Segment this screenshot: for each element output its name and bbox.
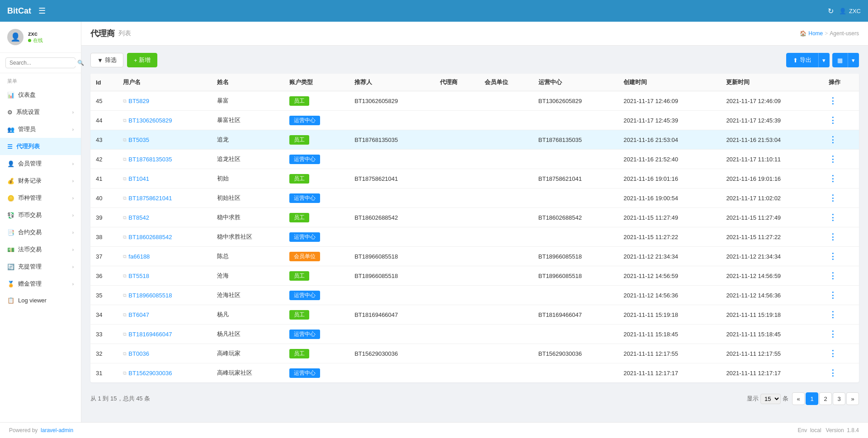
sidebar-item-system-settings[interactable]: ⚙ 系统设置 › bbox=[0, 104, 81, 121]
chevron-right-icon: › bbox=[72, 230, 74, 235]
sidebar-item-log-viewer[interactable]: 📋 Log viewer bbox=[0, 292, 81, 308]
username-link[interactable]: ⧉ BT18768135035 bbox=[123, 156, 206, 163]
cell-created: 2021-11-11 15:18:45 bbox=[618, 325, 721, 344]
username-link[interactable]: ⧉ BT5035 bbox=[123, 137, 206, 143]
sidebar-item-finance-records[interactable]: 💰 财务记录 › bbox=[0, 172, 81, 189]
username-link[interactable]: ⧉ BT18966085518 bbox=[123, 292, 206, 299]
table-row: 39 ⧉ BT8542 稳中求胜 员工 BT18602688542 BT1860… bbox=[90, 208, 859, 227]
next-page-button[interactable]: » bbox=[846, 392, 859, 405]
cell-ops-center: BT13062605829 bbox=[533, 91, 618, 111]
username-link[interactable]: ⧉ BT5518 bbox=[123, 273, 206, 279]
cell-name: 追龙社区 bbox=[212, 150, 284, 169]
new-button[interactable]: + 新增 bbox=[127, 53, 158, 67]
sidebar-item-member-management[interactable]: 👤 会员管理 › bbox=[0, 155, 81, 172]
action-menu-button[interactable]: ⋮ bbox=[829, 310, 837, 319]
page-1-button[interactable]: 1 bbox=[806, 392, 818, 405]
cell-username: ⧉ BT5829 bbox=[118, 91, 211, 111]
col-created: 创建时间 bbox=[618, 74, 721, 91]
page-2-button[interactable]: 2 bbox=[819, 392, 832, 405]
grid-dropdown-button[interactable]: ▾ bbox=[848, 53, 859, 67]
action-menu-button[interactable]: ⋮ bbox=[829, 155, 837, 164]
username-link[interactable]: ⧉ BT13062605829 bbox=[123, 117, 206, 124]
coin-management-icon: 🪙 bbox=[7, 195, 14, 202]
page-3-button[interactable]: 3 bbox=[833, 392, 845, 405]
cell-updated: 2021-11-12 14:56:36 bbox=[721, 286, 823, 305]
sidebar-item-label: 代理列表 bbox=[16, 142, 40, 151]
cell-updated: 2021-11-16 19:01:16 bbox=[721, 169, 823, 188]
cell-referrer: BT18966085518 bbox=[349, 247, 434, 266]
username-link[interactable]: ⧉ BT5829 bbox=[123, 98, 206, 104]
sidebar-item-admin[interactable]: 👥 管理员 › bbox=[0, 121, 81, 138]
version-label: Version bbox=[826, 427, 844, 433]
action-menu-button[interactable]: ⋮ bbox=[829, 252, 837, 261]
username-link[interactable]: ⧉ BT15629030036 bbox=[123, 370, 206, 377]
user-info[interactable]: 👤 ZXC bbox=[839, 8, 861, 14]
dashboard-icon: 📊 bbox=[7, 92, 14, 99]
cell-ops-center: BT18768135035 bbox=[533, 130, 618, 150]
action-menu-button[interactable]: ⋮ bbox=[829, 291, 837, 300]
framework-link[interactable]: laravel-admin bbox=[41, 427, 73, 433]
copy-icon: ⧉ bbox=[123, 215, 127, 221]
action-menu-button[interactable]: ⋮ bbox=[829, 213, 837, 222]
username-link[interactable]: ⧉ BT1041 bbox=[123, 175, 206, 182]
cell-account-type: 员工 bbox=[284, 130, 349, 150]
account-type-badge: 员工 bbox=[289, 271, 309, 281]
user-details: zxc 在线 bbox=[28, 30, 43, 44]
header-left: BitCat ☰ bbox=[7, 6, 46, 16]
sidebar-item-gold-management[interactable]: 🏅 赠金管理 › bbox=[0, 275, 81, 292]
search-input[interactable] bbox=[9, 60, 77, 66]
sidebar-item-fiat-trading[interactable]: 💵 法币交易 › bbox=[0, 241, 81, 258]
action-menu-button[interactable]: ⋮ bbox=[829, 135, 837, 144]
action-menu-button[interactable]: ⋮ bbox=[829, 174, 837, 183]
filter-button[interactable]: ▼ 筛选 bbox=[90, 53, 123, 67]
cell-username: ⧉ BT1041 bbox=[118, 169, 211, 188]
cell-member-unit bbox=[479, 344, 533, 363]
action-menu-button[interactable]: ⋮ bbox=[829, 349, 837, 358]
account-type-badge: 员工 bbox=[289, 310, 309, 320]
account-type-badge: 员工 bbox=[289, 96, 309, 106]
username-link[interactable]: ⧉ BT18602688542 bbox=[123, 234, 206, 240]
cell-id: 45 bbox=[90, 91, 118, 111]
username-link[interactable]: ⧉ BT18758621041 bbox=[123, 195, 206, 202]
cell-created: 2021-11-11 12:17:17 bbox=[618, 363, 721, 383]
pagination-info: 从 1 到 15，总共 45 条 bbox=[90, 395, 150, 403]
username-link[interactable]: ⧉ BT0036 bbox=[123, 350, 206, 357]
export-dropdown-button[interactable]: ▾ bbox=[818, 53, 830, 67]
sidebar-item-contract-trading[interactable]: 📑 合约交易 › bbox=[0, 224, 81, 241]
breadcrumb-home-link[interactable]: Home bbox=[808, 30, 823, 37]
per-page-select[interactable]: 15 30 50 bbox=[760, 394, 781, 404]
cell-name: 追龙 bbox=[212, 130, 284, 150]
cell-updated: 2021-11-11 15:19:18 bbox=[721, 305, 823, 325]
cell-referrer bbox=[349, 227, 434, 247]
cell-name: 沧海 bbox=[212, 266, 284, 286]
username-link[interactable]: ⧉ fa66188 bbox=[123, 253, 206, 260]
grid-view-button[interactable]: ▦ bbox=[832, 53, 848, 67]
sidebar-item-label: 赠金管理 bbox=[18, 280, 42, 288]
action-menu-button[interactable]: ⋮ bbox=[829, 271, 837, 280]
cell-agent bbox=[434, 111, 479, 130]
action-menu-button[interactable]: ⋮ bbox=[829, 193, 837, 203]
sidebar-item-dashboard[interactable]: 📊 仪表盘 bbox=[0, 86, 81, 104]
sidebar-item-recharge-management[interactable]: 🔄 充提管理 › bbox=[0, 258, 81, 275]
chevron-right-icon: › bbox=[72, 196, 74, 201]
action-menu-button[interactable]: ⋮ bbox=[829, 330, 837, 339]
sidebar-item-coin-trading[interactable]: 💱 币币交易 › bbox=[0, 207, 81, 224]
username-link[interactable]: ⧉ BT18169466047 bbox=[123, 331, 206, 338]
action-menu-button[interactable]: ⋮ bbox=[829, 116, 837, 125]
refresh-icon[interactable]: ↻ bbox=[828, 7, 834, 15]
hamburger-icon[interactable]: ☰ bbox=[38, 6, 46, 16]
cell-name: 杨凡 bbox=[212, 305, 284, 325]
action-menu-button[interactable]: ⋮ bbox=[829, 368, 837, 377]
sidebar-item-agent-list[interactable]: ☰ 代理列表 bbox=[0, 138, 81, 155]
action-menu-button[interactable]: ⋮ bbox=[829, 232, 837, 241]
username-link[interactable]: ⧉ BT8542 bbox=[123, 214, 206, 221]
cell-account-type: 运营中心 bbox=[284, 188, 349, 208]
chevron-right-icon: › bbox=[72, 179, 74, 184]
export-button[interactable]: ⬆ 导出 bbox=[786, 53, 818, 67]
action-menu-button[interactable]: ⋮ bbox=[829, 96, 837, 105]
plus-icon: + bbox=[134, 57, 137, 64]
chevron-right-icon: › bbox=[72, 110, 74, 115]
username-link[interactable]: ⧉ BT6047 bbox=[123, 311, 206, 318]
sidebar-item-coin-management[interactable]: 🪙 币种管理 › bbox=[0, 189, 81, 207]
prev-page-button[interactable]: « bbox=[792, 392, 805, 405]
